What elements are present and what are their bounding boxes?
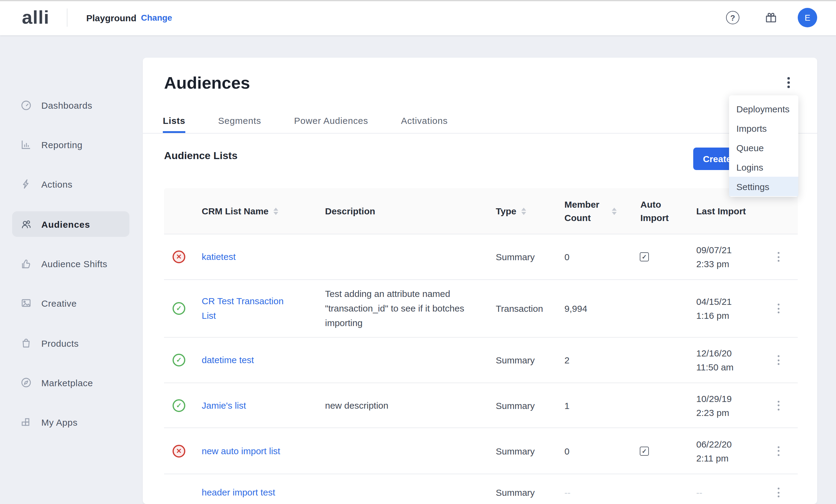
section-title: Audience Lists bbox=[164, 150, 238, 162]
menu-item-logins[interactable]: Logins bbox=[729, 157, 798, 177]
page-title: Audiences bbox=[164, 74, 250, 93]
sidebar-item-label: Audiences bbox=[41, 219, 90, 229]
member-count: 0 bbox=[565, 252, 570, 262]
sidebar-item-creative[interactable]: Creative bbox=[12, 290, 129, 316]
row-kebab-menu-button[interactable] bbox=[774, 446, 783, 456]
reporting-icon bbox=[20, 138, 32, 151]
sidebar-item-audiences[interactable]: Audiences bbox=[12, 211, 129, 237]
table-row: header import test Summary -- -- bbox=[164, 474, 798, 504]
sidebar-item-audience-shifts[interactable]: Audience Shifts bbox=[12, 251, 129, 276]
success-status-icon bbox=[173, 302, 185, 315]
member-count: 9,994 bbox=[565, 303, 587, 314]
tab-power-audiences[interactable]: Power Audiences bbox=[294, 114, 368, 127]
audience-lists-table: CRM List Name Description Type Member Co… bbox=[164, 188, 798, 504]
avatar[interactable]: E bbox=[798, 8, 817, 27]
last-import: -- bbox=[696, 485, 702, 500]
sidebar-item-label: Audience Shifts bbox=[41, 258, 107, 269]
error-status-icon bbox=[173, 251, 185, 263]
page-kebab-menu-button[interactable] bbox=[781, 75, 796, 90]
column-header-description: Description bbox=[325, 188, 375, 234]
last-import: 09/07/212:33 pm bbox=[696, 243, 732, 271]
sort-icon[interactable] bbox=[273, 207, 278, 215]
row-kebab-menu-button[interactable] bbox=[774, 355, 783, 365]
app-window: alli Playground Change ? E Dashboards Re… bbox=[0, 0, 836, 504]
sidebar-item-label: Creative bbox=[41, 298, 77, 308]
list-description: new description bbox=[325, 398, 478, 413]
active-tab-underline bbox=[163, 131, 185, 133]
list-type: Summary bbox=[496, 252, 535, 262]
table-row: katietest Summary 0 09/07/212:33 pm bbox=[164, 234, 798, 280]
apps-grid-icon bbox=[20, 416, 32, 428]
column-header-type[interactable]: Type bbox=[496, 188, 526, 234]
table-header-row: CRM List Name Description Type Member Co… bbox=[164, 188, 798, 234]
sort-icon[interactable] bbox=[612, 207, 617, 215]
member-count: -- bbox=[565, 487, 570, 498]
page-kebab-dropdown: Deployments Imports Queue Logins Setting… bbox=[729, 95, 798, 197]
tab-bar-divider bbox=[143, 133, 817, 134]
list-name-link[interactable]: katietest bbox=[202, 250, 294, 264]
sidebar-item-reporting[interactable]: Reporting bbox=[12, 132, 129, 157]
window-top-edge bbox=[0, 0, 836, 1]
list-type: Summary bbox=[496, 446, 535, 456]
sidebar-item-products[interactable]: Products bbox=[12, 330, 129, 356]
list-name-link[interactable]: header import test bbox=[202, 485, 294, 500]
sidebar-item-dashboards[interactable]: Dashboards bbox=[12, 92, 129, 118]
row-kebab-menu-button[interactable] bbox=[774, 304, 783, 313]
alli-logo: alli bbox=[22, 0, 49, 35]
gift-icon[interactable] bbox=[764, 11, 778, 24]
image-icon bbox=[20, 297, 32, 309]
help-icon[interactable]: ? bbox=[726, 11, 739, 24]
tab-segments[interactable]: Segments bbox=[218, 114, 261, 127]
list-name-link[interactable]: CR Test Transaction List bbox=[202, 294, 294, 323]
row-kebab-menu-button[interactable] bbox=[774, 488, 783, 497]
sidebar: Dashboards Reporting Actions Audiences A… bbox=[0, 35, 141, 504]
success-status-icon bbox=[173, 399, 185, 412]
list-type: Summary bbox=[496, 400, 535, 410]
sidebar-item-marketplace[interactable]: Marketplace bbox=[12, 370, 129, 395]
column-header-auto-import: Auto Import bbox=[640, 188, 674, 234]
menu-item-queue[interactable]: Queue bbox=[729, 138, 798, 157]
member-count: 0 bbox=[565, 446, 570, 456]
list-name-link[interactable]: Jamie's list bbox=[202, 398, 294, 413]
menu-item-deployments[interactable]: Deployments bbox=[729, 99, 798, 118]
list-name-link[interactable]: new auto import list bbox=[202, 444, 294, 458]
member-count: 2 bbox=[565, 355, 570, 365]
sort-icon[interactable] bbox=[521, 207, 526, 215]
column-header-member-count[interactable]: Member Count bbox=[565, 188, 617, 234]
member-count: 1 bbox=[565, 400, 570, 410]
change-workspace-link[interactable]: Change bbox=[141, 0, 172, 35]
column-header-crm-list-name[interactable]: CRM List Name bbox=[202, 188, 278, 234]
sidebar-item-label: Dashboards bbox=[41, 100, 92, 110]
sidebar-item-label: Marketplace bbox=[41, 377, 93, 388]
tab-lists[interactable]: Lists bbox=[163, 114, 185, 127]
tab-activations[interactable]: Activations bbox=[401, 114, 448, 127]
table-row: new auto import list Summary 0 06/22/202… bbox=[164, 428, 798, 474]
row-kebab-menu-button[interactable] bbox=[774, 401, 783, 410]
menu-item-settings[interactable]: Settings bbox=[729, 177, 798, 196]
list-type: Transaction bbox=[496, 303, 543, 314]
menu-item-imports[interactable]: Imports bbox=[729, 118, 798, 138]
sidebar-item-my-apps[interactable]: My Apps bbox=[12, 409, 129, 435]
thumbs-up-icon bbox=[20, 257, 32, 270]
success-status-icon bbox=[173, 354, 185, 366]
sidebar-item-label: My Apps bbox=[41, 417, 77, 427]
list-type: Summary bbox=[496, 355, 535, 365]
sidebar-item-label: Products bbox=[41, 338, 79, 348]
error-status-icon bbox=[173, 445, 185, 457]
list-type: Summary bbox=[496, 487, 535, 498]
row-kebab-menu-button[interactable] bbox=[774, 252, 783, 262]
sidebar-item-actions[interactable]: Actions bbox=[12, 171, 129, 197]
last-import: 04/15/211:16 pm bbox=[696, 294, 732, 323]
auto-import-checkbox[interactable] bbox=[640, 252, 649, 261]
sidebar-item-label: Actions bbox=[41, 179, 73, 189]
table-row: CR Test Transaction List Test adding an … bbox=[164, 280, 798, 337]
list-name-link[interactable]: datetime test bbox=[202, 353, 294, 367]
last-import: 12/16/2011:50 am bbox=[696, 346, 734, 374]
shopping-bag-icon bbox=[20, 337, 32, 349]
audiences-panel: Audiences Lists Segments Power Audiences… bbox=[143, 58, 817, 504]
auto-import-checkbox[interactable] bbox=[640, 446, 649, 455]
table-row: Jamie's list new description Summary 1 1… bbox=[164, 383, 798, 428]
table-row: datetime test Summary 2 12/16/2011:50 am bbox=[164, 337, 798, 383]
sidebar-item-label: Reporting bbox=[41, 139, 83, 150]
list-description: Test adding an attribute named "transact… bbox=[325, 287, 478, 330]
